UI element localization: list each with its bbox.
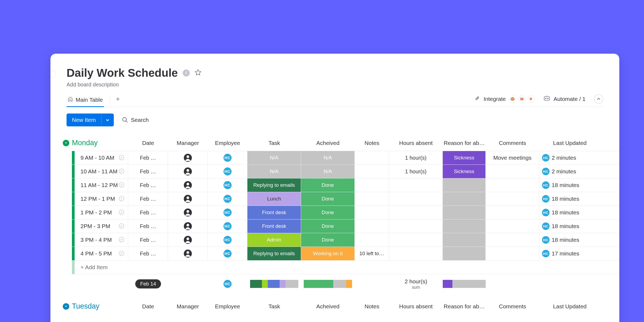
last-updated-cell[interactable]: HC18 minutes xyxy=(539,192,588,206)
column-manager[interactable]: Manager xyxy=(168,303,208,310)
column-comments[interactable]: Comments xyxy=(486,303,539,310)
column-last-updated[interactable]: Last Updated xyxy=(539,303,588,310)
hours-absent-cell[interactable] xyxy=(389,219,443,233)
column-notes[interactable]: Notes xyxy=(355,303,389,310)
date-cell[interactable]: Feb … xyxy=(128,165,168,178)
table-row[interactable]: 11 AM - 12 PMFeb …HCReplying to emailsDo… xyxy=(72,178,619,192)
task-cell[interactable]: N/A xyxy=(247,165,301,178)
column-task[interactable]: Task xyxy=(247,140,301,146)
table-row[interactable]: 2PM - 3 PMFeb …HCFront deskDoneHC18 minu… xyxy=(72,219,619,233)
last-updated-cell[interactable]: HC2 minutes xyxy=(539,151,588,164)
group-caret-icon[interactable] xyxy=(63,303,69,310)
manager-cell[interactable] xyxy=(168,192,208,206)
date-cell[interactable]: Feb … xyxy=(128,192,168,206)
comments-cell[interactable] xyxy=(486,165,539,178)
comments-cell[interactable] xyxy=(486,206,539,219)
hours-absent-cell[interactable]: 1 hour(s) xyxy=(389,151,443,164)
hours-absent-cell[interactable] xyxy=(389,233,443,247)
manager-cell[interactable] xyxy=(168,247,208,260)
employee-cell[interactable]: HC xyxy=(208,233,247,247)
column-hours-absent[interactable]: Hours absent xyxy=(389,303,443,310)
achieved-cell[interactable]: N/A xyxy=(301,151,355,164)
last-updated-cell[interactable]: HC18 minutes xyxy=(539,219,588,233)
task-cell[interactable]: Replying to emails xyxy=(247,247,301,260)
hours-absent-cell[interactable]: 1 hour(s) xyxy=(389,165,443,178)
chat-add-icon[interactable] xyxy=(118,250,125,257)
date-cell[interactable]: Feb … xyxy=(128,151,168,164)
comments-cell[interactable] xyxy=(486,219,539,233)
notes-cell[interactable] xyxy=(355,206,389,219)
group-caret-icon[interactable] xyxy=(63,140,69,146)
task-cell[interactable]: Lunch xyxy=(247,192,301,206)
manager-cell[interactable] xyxy=(168,165,208,178)
hours-absent-cell[interactable] xyxy=(389,206,443,219)
item-name-cell[interactable]: 10 AM - 11 AM xyxy=(75,165,128,178)
item-name-cell[interactable]: 3 PM - 4 PM xyxy=(75,233,128,247)
chat-add-icon[interactable] xyxy=(118,236,125,243)
notes-cell[interactable] xyxy=(355,219,389,233)
reason-cell[interactable] xyxy=(443,178,486,192)
date-cell[interactable]: Feb … xyxy=(128,178,168,192)
achieved-cell[interactable]: Done xyxy=(301,206,355,219)
integrate-button[interactable]: Integrate 🐵 M ✱ xyxy=(474,95,535,103)
item-name-cell[interactable]: 4 PM - 5 PM xyxy=(75,247,128,260)
board-description[interactable]: Add board description xyxy=(67,82,603,88)
item-name-cell[interactable]: 11 AM - 12 PM xyxy=(75,178,128,192)
column-achieved[interactable]: Acheived xyxy=(301,140,355,146)
achieved-cell[interactable]: Done xyxy=(301,219,355,233)
table-row[interactable]: 3 PM - 4 PMFeb …HCAdminDoneHC18 minutes xyxy=(72,233,619,247)
reason-cell[interactable] xyxy=(443,206,486,219)
notes-cell[interactable] xyxy=(355,192,389,206)
hours-absent-cell[interactable] xyxy=(389,247,443,260)
achieved-cell[interactable]: Working on it xyxy=(301,247,355,260)
notes-cell[interactable]: 10 left to… xyxy=(355,247,389,260)
comments-cell[interactable] xyxy=(486,178,539,192)
hours-absent-cell[interactable] xyxy=(389,178,443,192)
column-task[interactable]: Task xyxy=(247,303,301,310)
board-title[interactable]: Daily Work Schedule xyxy=(67,67,178,79)
achieved-cell[interactable]: Done xyxy=(301,192,355,206)
date-cell[interactable]: Feb … xyxy=(128,219,168,233)
manager-cell[interactable] xyxy=(168,178,208,192)
chat-add-icon[interactable] xyxy=(118,154,125,161)
chat-add-icon[interactable] xyxy=(118,195,125,202)
chat-add-icon[interactable] xyxy=(118,182,125,189)
achieved-cell[interactable]: N/A xyxy=(301,165,355,178)
column-reason[interactable]: Reason for ab… xyxy=(443,303,486,310)
task-cell[interactable]: Front desk xyxy=(247,206,301,219)
comments-cell[interactable] xyxy=(486,247,539,260)
column-last-updated[interactable]: Last Updated xyxy=(539,140,588,146)
column-employee[interactable]: Employee xyxy=(208,303,247,310)
manager-cell[interactable] xyxy=(168,206,208,219)
achieved-cell[interactable]: Done xyxy=(301,233,355,247)
column-notes[interactable]: Notes xyxy=(355,140,389,146)
employee-cell[interactable]: HC xyxy=(208,165,247,178)
date-cell[interactable]: Feb … xyxy=(128,206,168,219)
task-cell[interactable]: Admin xyxy=(247,233,301,247)
manager-cell[interactable] xyxy=(168,151,208,164)
table-row[interactable]: 1 PM - 2 PMFeb …HCFront deskDoneHC18 min… xyxy=(72,206,619,219)
table-row[interactable]: 12 PM - 1 PMFeb …HCLunchDoneHC18 minutes xyxy=(72,192,619,206)
comments-cell[interactable]: Move meetings xyxy=(486,151,539,164)
item-name-cell[interactable]: 2PM - 3 PM xyxy=(75,219,128,233)
last-updated-cell[interactable]: HC2 minutes xyxy=(539,165,588,178)
task-cell[interactable]: N/A xyxy=(247,151,301,164)
column-manager[interactable]: Manager xyxy=(168,140,208,146)
task-cell[interactable]: Replying to emails xyxy=(247,178,301,192)
add-item-row[interactable]: + Add Item xyxy=(72,260,619,274)
reason-cell[interactable] xyxy=(443,192,486,206)
manager-cell[interactable] xyxy=(168,219,208,233)
group-title[interactable]: Tuesday xyxy=(72,302,100,310)
column-date[interactable]: Date xyxy=(128,303,168,310)
task-cell[interactable]: Front desk xyxy=(247,219,301,233)
info-icon[interactable]: i xyxy=(183,69,190,76)
column-reason[interactable]: Reason for ab… xyxy=(443,140,486,146)
new-item-dropdown[interactable] xyxy=(101,115,114,125)
reason-cell[interactable] xyxy=(443,233,486,247)
hours-absent-cell[interactable] xyxy=(389,192,443,206)
column-hours-absent[interactable]: Hours absent xyxy=(389,140,443,146)
column-date[interactable]: Date xyxy=(128,140,168,146)
column-comments[interactable]: Comments xyxy=(486,140,539,146)
notes-cell[interactable] xyxy=(355,233,389,247)
chat-add-icon[interactable] xyxy=(118,223,125,230)
